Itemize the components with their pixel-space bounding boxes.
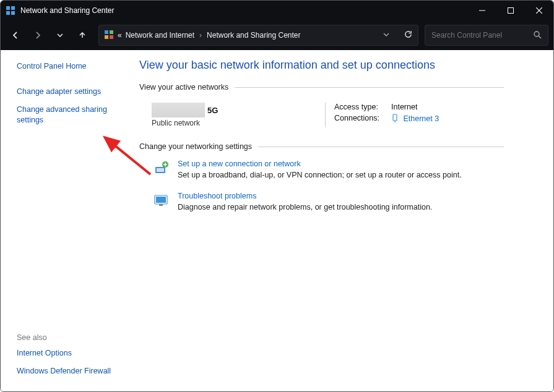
breadcrumb-sep-icon: › — [199, 31, 202, 40]
close-button[interactable] — [525, 1, 553, 20]
section-active-networks: View your active networks — [139, 83, 504, 92]
recent-dropdown[interactable] — [50, 25, 70, 45]
main-panel: View your basic network information and … — [131, 50, 553, 391]
sidebar-change-advanced-sharing[interactable]: Change advanced sharing settings — [17, 104, 116, 126]
navbar: « Network and Internet › Network and Sha… — [1, 20, 553, 50]
network-type: Public network — [152, 119, 325, 127]
page-title: View your basic network information and … — [139, 59, 504, 72]
window-title: Network and Sharing Center — [20, 6, 114, 15]
sidebar: Control Panel Home Change adapter settin… — [1, 50, 131, 391]
network-name-redacted — [152, 103, 205, 117]
app-icon — [6, 6, 15, 15]
back-button[interactable] — [6, 25, 25, 45]
section-active-networks-label: View your active networks — [139, 83, 228, 92]
connections-label: Connections: — [334, 114, 391, 123]
see-also-firewall[interactable]: Windows Defender Firewall — [17, 366, 124, 377]
setup-connection-desc: Set up a broadband, dial-up, or VPN conn… — [178, 171, 462, 179]
search-box[interactable] — [425, 25, 548, 46]
search-icon[interactable] — [533, 30, 542, 41]
breadcrumb-prefix: « — [118, 31, 122, 40]
network-name-suffix: 5G — [207, 106, 218, 115]
svg-rect-17 — [157, 168, 164, 172]
address-bar[interactable]: « Network and Internet › Network and Sha… — [98, 25, 418, 46]
troubleshoot-icon — [153, 192, 170, 209]
forward-button[interactable] — [28, 25, 48, 45]
svg-rect-10 — [105, 35, 108, 39]
svg-rect-1 — [11, 6, 15, 10]
access-type-value: Internet — [391, 103, 417, 111]
svg-point-12 — [534, 32, 539, 36]
up-button[interactable] — [72, 25, 92, 45]
active-network-block: 5G Public network Access type: Internet … — [139, 96, 504, 142]
access-type-label: Access type: — [334, 103, 391, 111]
ethernet-icon — [391, 114, 399, 122]
see-also-label: See also — [17, 333, 124, 342]
svg-rect-5 — [508, 8, 514, 14]
address-dropdown-icon[interactable] — [383, 31, 390, 40]
troubleshoot-desc: Diagnose and repair network problems, or… — [178, 203, 432, 211]
breadcrumb-current[interactable]: Network and Sharing Center — [207, 31, 300, 40]
titlebar: Network and Sharing Center — [1, 1, 553, 20]
breadcrumb-parent[interactable]: Network and Internet — [126, 31, 194, 40]
svg-line-13 — [539, 36, 541, 38]
search-input[interactable] — [431, 31, 529, 40]
window-controls — [468, 1, 553, 20]
section-change-settings-label: Change your networking settings — [139, 142, 252, 151]
control-panel-icon — [104, 30, 114, 41]
maximize-button[interactable] — [496, 1, 525, 20]
svg-rect-0 — [6, 6, 10, 10]
svg-rect-11 — [110, 35, 113, 39]
sidebar-change-adapter-settings[interactable]: Change adapter settings — [17, 87, 124, 97]
sidebar-control-panel-home[interactable]: Control Panel Home — [17, 61, 124, 72]
setup-connection-row: Set up a new connection or network Set u… — [139, 156, 504, 182]
svg-rect-8 — [105, 30, 108, 34]
svg-rect-20 — [156, 197, 166, 203]
svg-rect-14 — [393, 114, 397, 121]
see-also-internet-options[interactable]: Internet Options — [17, 348, 124, 359]
setup-connection-icon — [153, 160, 170, 177]
svg-rect-3 — [11, 11, 15, 15]
svg-rect-21 — [159, 204, 163, 206]
connection-link[interactable]: Ethernet 3 — [403, 114, 439, 123]
refresh-button[interactable] — [404, 30, 413, 41]
troubleshoot-link[interactable]: Troubleshoot problems — [178, 192, 432, 200]
svg-rect-9 — [110, 30, 113, 34]
setup-connection-link[interactable]: Set up a new connection or network — [178, 160, 462, 168]
svg-rect-2 — [6, 11, 10, 15]
section-change-settings: Change your networking settings — [139, 142, 504, 151]
troubleshoot-row: Troubleshoot problems Diagnose and repai… — [139, 188, 504, 214]
minimize-button[interactable] — [468, 1, 496, 20]
